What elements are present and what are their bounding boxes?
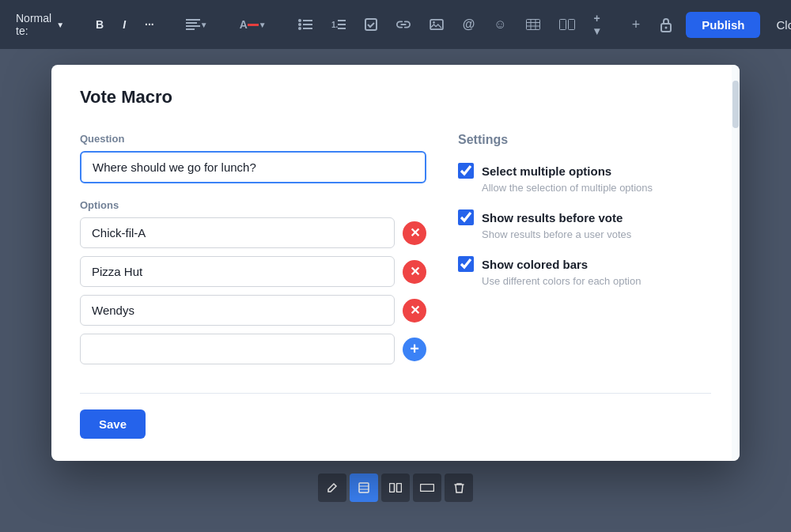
setting-item-1: Select multiple options Allow the select… bbox=[458, 163, 711, 194]
setting-item-3: Show colored bars Use different colors f… bbox=[458, 256, 711, 287]
question-label: Question bbox=[80, 133, 426, 145]
mention-button[interactable]: @ bbox=[456, 13, 482, 36]
layout-button[interactable] bbox=[553, 14, 581, 35]
emoji-button[interactable]: ☺ bbox=[487, 13, 513, 36]
chevron-down-icon: ▼ bbox=[259, 21, 267, 29]
option-row-2: ✕ bbox=[80, 256, 426, 287]
wide-view-button[interactable] bbox=[413, 474, 441, 502]
block-view-button[interactable] bbox=[350, 474, 378, 502]
svg-point-28 bbox=[665, 27, 668, 29]
link-button[interactable] bbox=[390, 14, 417, 35]
svg-point-6 bbox=[298, 23, 301, 26]
svg-point-4 bbox=[298, 19, 301, 22]
remove-option-3-button[interactable]: ✕ bbox=[403, 299, 426, 323]
svg-rect-7 bbox=[303, 24, 312, 25]
svg-rect-2 bbox=[186, 25, 200, 27]
svg-point-8 bbox=[298, 27, 301, 30]
chevron-down-icon: ▼ bbox=[200, 21, 208, 29]
options-section: Options ✕ ✕ bbox=[80, 199, 426, 364]
setting-header-1: Select multiple options bbox=[458, 163, 711, 179]
option-input-2[interactable] bbox=[80, 256, 395, 287]
table-button[interactable] bbox=[520, 14, 547, 35]
svg-rect-12 bbox=[338, 24, 346, 25]
svg-rect-23 bbox=[568, 20, 574, 30]
option-row-1: ✕ bbox=[80, 217, 426, 248]
svg-rect-29 bbox=[359, 483, 369, 492]
svg-rect-33 bbox=[397, 484, 402, 492]
select-multiple-checkbox[interactable] bbox=[458, 163, 474, 179]
chevron-down-icon: ▼ bbox=[56, 21, 64, 29]
svg-rect-14 bbox=[365, 19, 377, 30]
svg-rect-11 bbox=[338, 20, 346, 21]
svg-rect-1 bbox=[186, 22, 197, 24]
more-insert-button[interactable]: + ▾ bbox=[588, 7, 607, 42]
question-section: Question bbox=[80, 133, 426, 183]
more-formatting-button[interactable]: ··· bbox=[138, 13, 161, 36]
close-button[interactable]: Close bbox=[766, 12, 791, 38]
modal-footer: Save bbox=[51, 394, 740, 461]
modal-scroll-area[interactable]: Vote Macro Question Options bbox=[51, 65, 740, 393]
svg-rect-5 bbox=[303, 20, 312, 21]
svg-rect-22 bbox=[559, 20, 566, 30]
show-colored-bars-checkbox[interactable] bbox=[458, 256, 474, 272]
option-input-1[interactable] bbox=[80, 217, 395, 248]
main-area: Vote Macro Question Options bbox=[0, 49, 791, 532]
modal-left: Question Options ✕ bbox=[80, 133, 426, 364]
publish-button[interactable]: Publish bbox=[686, 12, 760, 38]
checkbox-button[interactable] bbox=[358, 13, 384, 36]
remove-option-2-button[interactable]: ✕ bbox=[403, 260, 426, 284]
scroll-indicator bbox=[732, 65, 740, 461]
setting-header-3: Show colored bars bbox=[458, 256, 711, 272]
svg-rect-13 bbox=[338, 28, 346, 29]
edit-icon-button[interactable] bbox=[318, 474, 346, 502]
text-style-dropdown[interactable]: Normal te: ▼ bbox=[9, 7, 70, 42]
align-button[interactable]: ▼ bbox=[180, 14, 214, 35]
image-button[interactable] bbox=[423, 14, 450, 35]
svg-rect-9 bbox=[303, 28, 312, 29]
svg-text:1.: 1. bbox=[331, 21, 339, 29]
question-input[interactable] bbox=[80, 151, 426, 183]
modal-inner: Question Options ✕ bbox=[51, 108, 740, 393]
vote-macro-modal: Vote Macro Question Options bbox=[51, 65, 740, 461]
font-color-button[interactable]: A ▼ bbox=[233, 13, 273, 36]
options-list: ✕ ✕ ✕ bbox=[80, 217, 426, 364]
delete-button[interactable] bbox=[445, 474, 473, 502]
show-colored-bars-desc: Use different colors for each option bbox=[482, 275, 711, 287]
option-input-4[interactable] bbox=[80, 334, 395, 364]
italic-button[interactable]: I bbox=[116, 13, 132, 36]
horizontal-view-button[interactable] bbox=[381, 474, 410, 502]
add-user-button[interactable]: + bbox=[626, 12, 647, 38]
option-input-3[interactable] bbox=[80, 295, 395, 326]
setting-item-2: Show results before vote Show results be… bbox=[458, 209, 711, 240]
option-row-4: + bbox=[80, 334, 426, 364]
bold-button[interactable]: B bbox=[89, 13, 110, 36]
modal-right: Settings Select multiple options Allow t… bbox=[458, 133, 711, 364]
scroll-thumb[interactable] bbox=[732, 81, 739, 128]
svg-rect-3 bbox=[186, 28, 195, 30]
modal-title: Vote Macro bbox=[51, 65, 740, 108]
svg-rect-34 bbox=[421, 485, 434, 492]
show-colored-bars-label: Show colored bars bbox=[482, 258, 588, 271]
numbered-list-button[interactable]: 1. bbox=[325, 14, 352, 35]
add-option-button[interactable]: + bbox=[403, 338, 426, 361]
text-style-label: Normal te: bbox=[16, 12, 51, 37]
lock-button[interactable] bbox=[653, 12, 679, 37]
remove-option-1-button[interactable]: ✕ bbox=[403, 221, 426, 245]
save-button[interactable]: Save bbox=[80, 409, 146, 439]
main-toolbar: Normal te: ▼ B I ··· ▼ A ▼ 1. @ ☺ + ▾ bbox=[0, 0, 791, 49]
show-results-checkbox[interactable] bbox=[458, 209, 474, 225]
bullet-list-button[interactable] bbox=[292, 14, 319, 35]
settings-title: Settings bbox=[458, 133, 711, 147]
setting-header-2: Show results before vote bbox=[458, 209, 711, 225]
show-results-desc: Show results before a user votes bbox=[482, 228, 711, 240]
select-multiple-label: Select multiple options bbox=[482, 164, 611, 178]
option-row-3: ✕ bbox=[80, 295, 426, 326]
svg-rect-17 bbox=[526, 20, 539, 30]
svg-point-16 bbox=[433, 21, 435, 24]
svg-rect-0 bbox=[186, 19, 200, 21]
bottom-toolbar bbox=[318, 474, 473, 502]
show-results-label: Show results before vote bbox=[482, 211, 623, 224]
options-label: Options bbox=[80, 199, 426, 211]
select-multiple-desc: Allow the selection of multiple options bbox=[482, 182, 711, 194]
svg-rect-32 bbox=[390, 484, 395, 492]
